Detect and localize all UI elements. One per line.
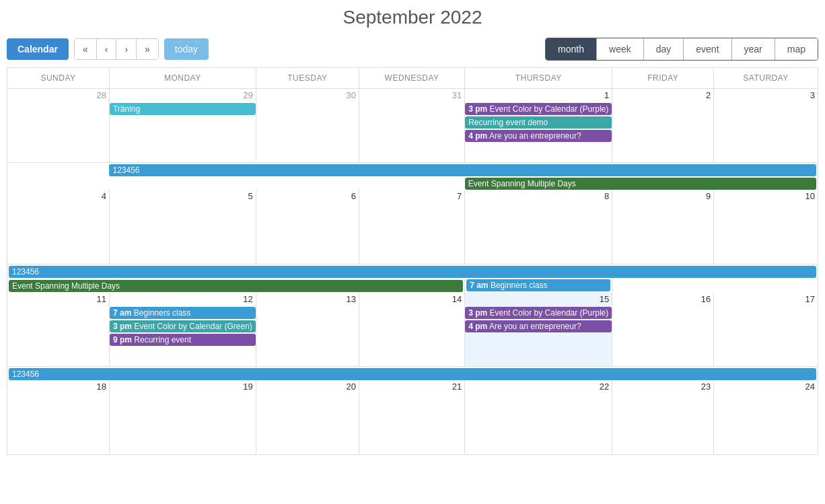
day-cell[interactable]: 11 [7, 293, 110, 367]
event-123456-week3[interactable]: 123456 [9, 266, 816, 278]
day-number: 5 [110, 190, 256, 204]
header-thursday: THURSDAY [465, 68, 612, 89]
header-tuesday: TUESDAY [256, 68, 359, 89]
day-number: 9 [612, 190, 713, 204]
nav-next-button[interactable]: › [116, 39, 137, 59]
event-beginners-12[interactable]: 7 am Beginners class [110, 307, 256, 319]
header-sunday: SUNDAY [7, 68, 110, 89]
event-recurring-9pm[interactable]: 9 pm Recurring event [110, 334, 256, 346]
day-cell[interactable]: 10 [714, 190, 818, 264]
nav-first-button[interactable]: « [75, 39, 97, 59]
event-123456-week2[interactable]: 123456 [109, 164, 816, 176]
header-wednesday: WEDNESDAY [359, 68, 465, 89]
day-number: 17 [714, 293, 818, 307]
day-cell[interactable]: 28 [7, 89, 110, 163]
day-number: 14 [359, 293, 464, 307]
day-cell[interactable]: 22 [465, 380, 612, 454]
header-monday: MONDAY [109, 68, 256, 89]
day-number: 15 [465, 293, 612, 307]
day-cell[interactable]: 1 3 pm Event Color by Calendar (Purple) … [465, 89, 612, 163]
day-number: 1 [465, 89, 612, 103]
calendar-wrapper: September 2022 Calendar « ‹ › » today mo… [0, 0, 825, 504]
span-cell-green: Event Spanning Multiple Days [465, 176, 818, 190]
view-year-button[interactable]: year [732, 38, 775, 60]
view-event-button[interactable]: event [684, 38, 731, 60]
day-number: 19 [110, 380, 256, 394]
nav-last-button[interactable]: » [137, 39, 158, 59]
view-group: month week day event year map [545, 38, 818, 61]
day-number: 22 [465, 380, 612, 394]
day-number: 11 [7, 293, 109, 307]
span-cell-blue-4: 123456 [7, 367, 818, 381]
day-cell-highlighted[interactable]: 15 3 pm Event Color by Calendar (Purple)… [465, 293, 612, 367]
day-number: 6 [256, 190, 359, 204]
event-color-purple-2[interactable]: 3 pm Event Color by Calendar (Purple) [465, 307, 612, 319]
day-cell[interactable]: 30 [256, 89, 359, 163]
navigation-group: « ‹ › » [74, 38, 159, 60]
day-number: 4 [7, 190, 109, 204]
day-cell[interactable]: 14 [359, 293, 465, 367]
day-number: 21 [359, 380, 464, 394]
view-week-button[interactable]: week [597, 38, 644, 60]
day-number: 24 [714, 380, 818, 394]
view-map-button[interactable]: map [775, 38, 818, 60]
day-number: 12 [110, 293, 256, 307]
day-cell[interactable]: 31 [359, 89, 465, 163]
day-number: 10 [714, 190, 818, 204]
today-button[interactable]: today [164, 38, 209, 60]
day-cell[interactable]: 17 [714, 293, 818, 367]
day-cell[interactable]: 21 [359, 380, 465, 454]
day-cell[interactable]: 18 [7, 380, 110, 454]
event-spanning-multi-week2[interactable]: Event Spanning Multiple Days [465, 178, 816, 190]
day-cell[interactable]: 29 Träning [109, 89, 256, 163]
span-cell-green-left: Event Spanning Multiple Days [7, 278, 465, 293]
day-cell[interactable]: 8 [465, 190, 612, 264]
day-cell[interactable]: 7 [359, 190, 465, 264]
view-month-button[interactable]: month [546, 38, 597, 60]
day-cell[interactable]: 13 [256, 293, 359, 367]
event-spanning-multi-week3[interactable]: Event Spanning Multiple Days [9, 280, 463, 292]
event-traning[interactable]: Träning [110, 103, 256, 115]
event-entrepreneur-2[interactable]: 4 pm Are you an entrepreneur? [465, 320, 612, 332]
event-color-green[interactable]: 3 pm Event Color by Calendar (Green) [110, 320, 256, 332]
day-cell[interactable]: 5 [109, 190, 256, 264]
week-row-4-span: 123456 [7, 367, 818, 381]
day-number: 7 [359, 190, 464, 204]
day-number: 20 [256, 380, 359, 394]
day-number: 23 [612, 380, 713, 394]
span-cell-beginners-14: 7 am Beginners class [465, 278, 612, 293]
week-row-3: 11 12 7 am Beginners class 3 pm Event Co… [7, 293, 818, 367]
nav-prev-button[interactable]: ‹ [97, 39, 117, 59]
header-friday: FRIDAY [612, 68, 714, 89]
day-cell[interactable]: 24 [714, 380, 818, 454]
week-row-2: 4 5 6 7 8 9 10 [7, 190, 818, 264]
day-cell[interactable]: 4 [7, 190, 110, 264]
day-number: 13 [256, 293, 359, 307]
calendar-button[interactable]: Calendar [7, 38, 69, 60]
day-headers-row: SUNDAY MONDAY TUESDAY WEDNESDAY THURSDAY… [7, 68, 818, 89]
day-cell[interactable]: 3 [714, 89, 818, 163]
day-cell[interactable]: 16 [612, 293, 714, 367]
day-number: 29 [110, 89, 256, 103]
calendar-grid: SUNDAY MONDAY TUESDAY WEDNESDAY THURSDAY… [7, 67, 818, 455]
event-recurring-demo[interactable]: Recurring event demo [465, 116, 612, 129]
event-entrepreneur-1[interactable]: 4 pm Are you an entrepreneur? [465, 130, 612, 142]
day-number: 8 [465, 190, 612, 204]
event-123456-week4[interactable]: 123456 [9, 368, 816, 380]
day-cell[interactable]: 9 [612, 190, 714, 264]
span-cell-right [612, 278, 818, 293]
week-row-3-span: 123456 [7, 264, 818, 278]
day-cell[interactable]: 19 [109, 380, 256, 454]
day-cell[interactable]: 6 [256, 190, 359, 264]
view-day-button[interactable]: day [644, 38, 684, 60]
day-number: 3 [714, 89, 818, 103]
day-cell[interactable]: 20 [256, 380, 359, 454]
week-row-3-span2: Event Spanning Multiple Days 7 am Beginn… [7, 278, 818, 293]
day-cell[interactable]: 12 7 am Beginners class 3 pm Event Color… [109, 293, 256, 367]
event-beginners-14[interactable]: 7 am Beginners class [466, 279, 610, 291]
day-cell[interactable]: 2 [612, 89, 714, 163]
day-number: 28 [7, 89, 109, 103]
event-color-purple-1[interactable]: 3 pm Event Color by Calendar (Purple) [465, 103, 612, 115]
day-cell[interactable]: 23 [612, 380, 714, 454]
day-number: 30 [256, 89, 359, 103]
